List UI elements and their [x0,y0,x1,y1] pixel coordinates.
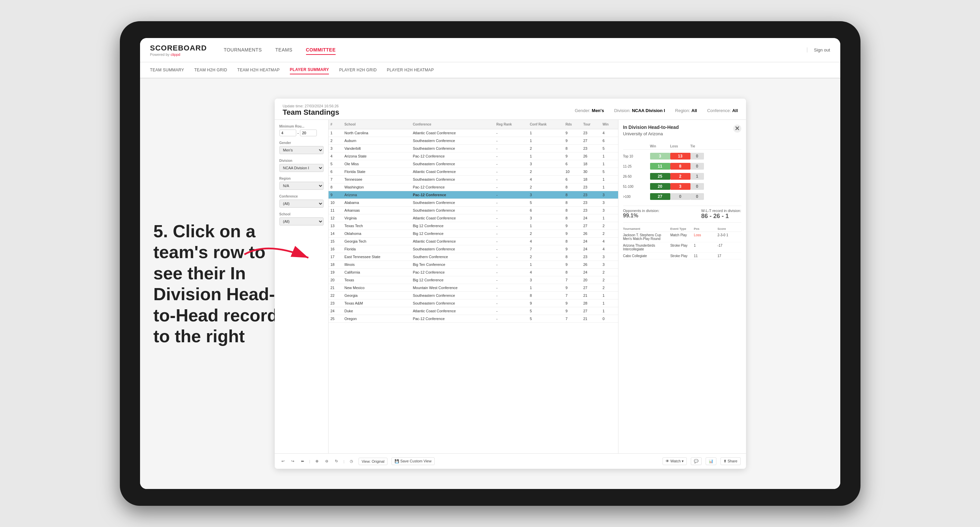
subnav-player-summary[interactable]: PLAYER SUMMARY [290,66,329,75]
table-row[interactable]: 3VanderbiltSoutheastern Conference-28235 [329,145,618,152]
subnav-team-h2h-heatmap[interactable]: TEAM H2H HEATMAP [237,66,280,74]
gender-filter: Gender: Men's [575,108,604,113]
table-row[interactable]: 10AlabamaSoutheastern Conference-58233 [329,199,618,206]
nav-tournaments[interactable]: TOURNAMENTS [224,45,262,55]
toolbar-zoom-out[interactable]: ⊖ [324,458,329,465]
h2h-close-button[interactable]: ✕ [733,124,741,133]
watch-button[interactable]: 👁 Watch ▾ [663,457,687,465]
panel-body: Minimum Rou... - Gender Men's [275,120,746,453]
logo-title: SCOREBOARD [150,44,207,52]
subnav-team-summary[interactable]: TEAM SUMMARY [150,66,184,74]
nav-committee[interactable]: COMMITTEE [306,45,336,55]
h2h-table-header: Win Loss Tie [623,143,741,150]
sidebar-filters: Minimum Rou... - Gender Men's [275,120,329,453]
h2h-record-val: 86 - 26 - 1 [701,213,741,220]
sign-out-button[interactable]: Sign out [807,48,830,52]
h2h-loss-2650: 2 [670,173,690,180]
division-sidebar-filter: Division NCAA Division I [279,159,323,172]
view-original-button[interactable]: View: Original [358,458,388,465]
main-content: 5. Click on a team's row to see their In… [140,78,840,489]
table-row[interactable]: 23Texas A&MSoutheastern Conference-99281 [329,300,618,307]
school-sidebar-label: School [279,212,323,216]
table-row[interactable]: 2AuburnSoutheastern Conference-19276 [329,137,618,145]
top-nav: SCOREBOARD Powered by clippd TOURNAMENTS… [140,38,840,62]
h2h-opponents: Opponents in division: 99.1% [623,209,660,220]
table-row[interactable]: 4Arizona StatePac-12 Conference-19261 [329,152,618,160]
h2h-win-1125: 11 [650,163,670,170]
gender-sidebar-filter: Gender Men's [279,141,323,154]
table-row[interactable]: 24DukeAtlantic Coast Conference-59271 [329,307,618,315]
conference-sidebar-filter: Conference (All) [279,195,323,208]
subnav-player-h2h-heatmap[interactable]: PLAYER H2H HEATMAP [387,66,434,74]
h2h-opponents-label: Opponents in division: [623,209,660,213]
update-time: Update time: 27/03/2024 16:56:26 [283,104,339,108]
toolbar-clock[interactable]: ◷ [348,458,355,465]
table-row[interactable]: 20TexasBig 12 Conference-37202 [329,276,618,284]
toolbar-zoom-in[interactable]: ⊕ [314,458,320,465]
table-row[interactable]: 11ArkansasSoutheastern Conference-68233 [329,206,618,214]
region-sidebar-filter: Region N/A [279,177,323,190]
col-reg-rank: Reg Rank [494,120,528,129]
table-row[interactable]: 12VirginiaAtlantic Coast Conference-3824… [329,214,618,222]
h2h-win-2650: 25 [650,173,670,180]
table-row[interactable]: 18IllinoisBig Ten Conference-19263 [329,261,618,268]
table-row[interactable]: 9ArizonaPac-12 Conference-38233 [329,191,618,199]
table-row[interactable]: 1North CarolinaAtlantic Coast Conference… [329,129,618,137]
table-row[interactable]: 8WashingtonPac-12 Conference-28231 [329,183,618,191]
table-row[interactable]: 17East Tennessee StateSouthern Conferenc… [329,253,618,261]
col-school: School [342,120,411,129]
h2h-loss-top10: 13 [670,153,690,160]
subnav-player-h2h-grid[interactable]: PLAYER H2H GRID [339,66,377,74]
h2h-loss-gt100: 0 [670,193,690,200]
region-sidebar-label: Region [279,177,323,180]
toolbar-redo[interactable]: ↪ [290,458,296,465]
tournament-row-3[interactable]: Cabo Collegiate Stroke Play 11 17 [623,253,741,259]
region-select[interactable]: N/A [279,182,323,190]
table-row[interactable]: 6Florida StateAtlantic Coast Conference-… [329,168,618,176]
tournament-row-2[interactable]: Arizona Thunderbirds Intercollegiate Str… [623,242,741,253]
table-row[interactable]: 5Ole MissSoutheastern Conference-36181 [329,160,618,168]
comment-button[interactable]: 💬 [691,457,702,465]
min-rounds-input[interactable] [279,130,296,136]
chart-button[interactable]: 📊 [706,457,716,465]
table-row[interactable]: 14OklahomaBig 12 Conference-29262 [329,230,618,238]
table-row[interactable]: 25OregonPac-12 Conference-57210 [329,315,618,323]
table-row[interactable]: 7TennesseeSoutheastern Conference-46181 [329,176,618,183]
share-button[interactable]: ⬆ Share [721,457,740,465]
table-row[interactable]: 21New MexicoMountain West Conference-192… [329,284,618,292]
h2h-record-label: W-L-T record in division: [701,209,741,213]
bottom-toolbar: ↩ ↪ ⬅ | ⊕ ⊖ ↻ | ◷ View: Original 💾 Save … [275,453,746,469]
gender-select[interactable]: Men's [279,146,323,154]
table-row[interactable]: 16FloridaSoutheastern Conference-79244 [329,245,618,253]
nav-links: TOURNAMENTS TEAMS COMMITTEE [224,45,807,55]
max-rounds-input[interactable] [300,130,317,136]
toolbar-rotate[interactable]: ↻ [334,458,339,465]
school-select[interactable]: (All) [279,217,323,225]
tablet-screen: SCOREBOARD Powered by clippd TOURNAMENTS… [140,38,840,489]
division-select[interactable]: NCAA Division I [279,164,323,172]
table-row[interactable]: 19CaliforniaPac-12 Conference-48242 [329,268,618,276]
h2h-row-2650: 26-50 25 2 1 [623,171,741,181]
subnav-team-h2h-grid[interactable]: TEAM H2H GRID [194,66,227,74]
h2h-opponents-val: 99.1% [623,213,660,219]
tournament-row-1[interactable]: Jackson T. Stephens Cup Men's Match-Play… [623,232,741,242]
h2h-tie-2650: 1 [690,173,704,180]
h2h-win-gt100: 27 [650,193,670,200]
save-custom-view-button[interactable]: 💾 Save Custom View [391,457,434,465]
table-row[interactable]: 15Georgia TechAtlantic Coast Conference-… [329,238,618,245]
logo-area: SCOREBOARD Powered by clippd [150,44,207,57]
h2h-tie-top10: 0 [690,153,704,160]
toolbar-undo[interactable]: ↩ [280,458,286,465]
h2h-team: University of Arizona [623,131,679,136]
h2h-header: In Division Head-to-Head University of A… [623,124,679,140]
h2h-record: W-L-T record in division: 86 - 26 - 1 [701,209,741,220]
h2h-tie-1125: 0 [690,163,704,170]
table-row[interactable]: 13Texas TechBig 12 Conference-19272 [329,222,618,230]
col-num: # [329,120,342,129]
school-sidebar-filter: School (All) [279,212,323,225]
conference-select[interactable]: (All) [279,200,323,208]
toolbar-back[interactable]: ⬅ [300,458,305,465]
tablet-frame: SCOREBOARD Powered by clippd TOURNAMENTS… [120,21,861,506]
nav-teams[interactable]: TEAMS [275,45,293,55]
table-row[interactable]: 22GeorgiaSoutheastern Conference-87211 [329,292,618,300]
